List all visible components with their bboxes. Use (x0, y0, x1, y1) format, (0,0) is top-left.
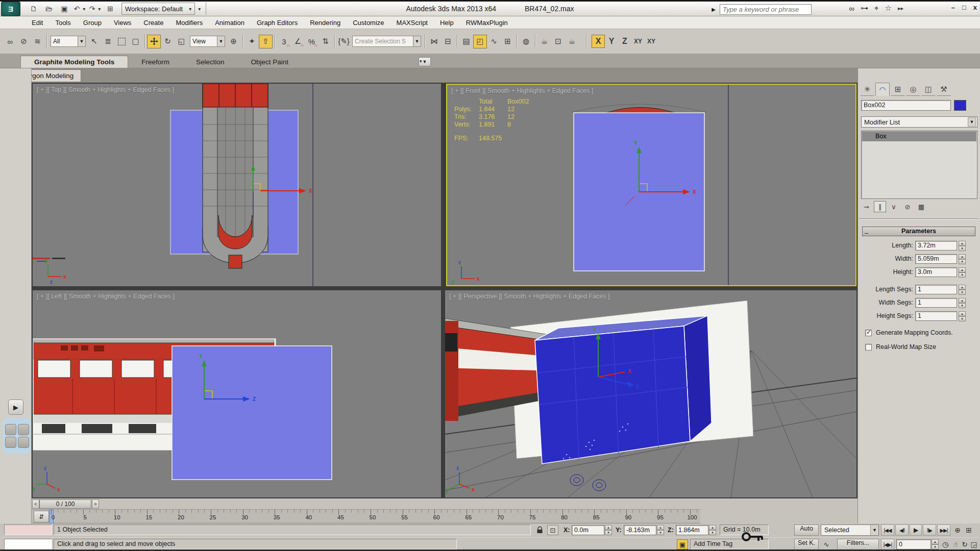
render-production-icon[interactable]: ☕ (565, 35, 579, 48)
communication-center-icon[interactable]: ⌖ (874, 4, 878, 13)
viewport-perspective[interactable]: Y X Z z y x [ + ][ Perspective ][ Smooth… (445, 290, 856, 497)
use-pivot-point-center-icon[interactable]: ⊕ (227, 35, 240, 48)
menu-help[interactable]: Help (434, 17, 460, 28)
motion-tab-icon[interactable]: ◎ (906, 83, 920, 96)
selected-key-filter-dropdown[interactable]: Selected▼ (821, 524, 879, 536)
set-keys-key-icon[interactable] (741, 528, 765, 546)
key-filters-button[interactable]: Filters... (837, 539, 879, 550)
axis-constraint-y[interactable]: Y (605, 35, 618, 48)
bind-to-space-warp-icon[interactable]: ≋ (31, 35, 44, 48)
unlink-selection-icon[interactable]: ⊘ (17, 35, 31, 48)
named-selection-sets-dropdown[interactable]: Create Selection S▼ (352, 36, 421, 47)
height-segs-spinner[interactable]: ▲▼ (959, 311, 966, 321)
modify-tab-icon[interactable]: ◠ (875, 83, 890, 96)
workspace-dropdown[interactable]: Workspace: Default ▾ (121, 3, 195, 15)
minimize-button[interactable]: – (951, 4, 955, 11)
go-to-start-button[interactable]: |◀◀ (881, 524, 894, 536)
undo-icon[interactable]: ↶▾ (74, 3, 86, 15)
viewport-layout-tab-button[interactable] (3, 418, 31, 453)
key-mode-toggle-icon[interactable]: |◀▶| (881, 539, 894, 550)
axis-constraint-x[interactable]: X (592, 35, 605, 48)
viewport-left[interactable]: Y Z z y x [ + ][ Left ][ Smooth + Highli… (33, 290, 441, 497)
track-bar[interactable]: ⇵ 05101520253035404550556065707580859095… (32, 510, 700, 523)
play-animation-button[interactable]: ▶ (910, 524, 922, 536)
menu-edit[interactable]: Edit (26, 17, 49, 28)
selection-lock-icon[interactable] (534, 525, 545, 535)
length-spinner[interactable]: ▲▼ (959, 241, 966, 251)
viewport-label[interactable]: [ + ][ Front ][ Smooth + Highlights + Ed… (451, 87, 593, 94)
rectangular-selection-region-icon[interactable] (115, 35, 129, 48)
edit-named-selection-sets-icon[interactable]: {✎} (337, 35, 351, 48)
angle-snap-icon[interactable]: ∠∩ (291, 35, 305, 48)
viewport-label[interactable]: [ + ][ Top ][ Smooth + Highlights + Edge… (37, 86, 174, 93)
length-segs-spinner[interactable]: ▲▼ (959, 285, 966, 294)
redo-icon[interactable]: ↷▾ (89, 3, 101, 15)
viewport-top[interactable]: X y x z [ + ][ Top ][ Smooth + Highlight… (33, 84, 441, 286)
toggle-ribbon-icon[interactable]: ◰ (473, 35, 487, 48)
layer-manager-icon[interactable]: ▤ (459, 35, 473, 48)
ribbon-tab-graphite-modeling-tools[interactable]: Graphite Modeling Tools (20, 56, 128, 68)
viewport-label[interactable]: [ + ][ Left ][ Smooth + Highlights + Edg… (37, 293, 175, 300)
chevron-down-icon[interactable]: ▾ (420, 59, 422, 64)
y-spinner[interactable]: ▲▼ (657, 525, 664, 535)
z-spinner[interactable]: ▲▼ (709, 525, 716, 535)
select-and-move-icon[interactable] (147, 35, 161, 48)
select-and-link-icon[interactable]: ∞ (3, 35, 17, 48)
menu-customize[interactable]: Customize (347, 17, 390, 28)
time-configuration-icon[interactable]: ◷ (940, 539, 950, 550)
favorites-star-icon[interactable]: ☆ (885, 4, 892, 13)
ribbon-tab-freeform[interactable]: Freeform (128, 56, 183, 68)
rendered-frame-window-icon[interactable]: ⊡ (551, 35, 565, 48)
make-unique-icon[interactable]: ∨ (888, 201, 900, 212)
generate-mapping-coords-checkbox[interactable] (865, 330, 872, 336)
macro-recorder-swatch[interactable] (4, 524, 52, 535)
menu-animation[interactable]: Animation (209, 17, 251, 28)
viewport-label[interactable]: [ + ][ Perspective ][ Smooth + Highlight… (449, 293, 609, 300)
utilities-tab-icon[interactable]: ⚒ (937, 83, 951, 96)
select-and-rotate-icon[interactable]: ↻ (161, 35, 175, 48)
auto-key-button[interactable]: Auto (794, 524, 819, 536)
reference-coordinate-dropdown[interactable]: View▼ (190, 36, 225, 47)
menu-graph-editors[interactable]: Graph Editors (251, 17, 304, 28)
workspace-flyout-icon[interactable]: ▾ (198, 6, 201, 12)
menu-create[interactable]: Create (137, 17, 169, 28)
maximize-viewport-toggle-icon[interactable]: ◲ (969, 539, 979, 550)
stack-item-box[interactable]: Box (862, 132, 976, 141)
select-object-icon[interactable]: ↖ (87, 35, 101, 48)
save-file-icon[interactable]: ▣ (58, 3, 70, 15)
ribbon-tab-object-paint[interactable]: Object Paint (238, 56, 302, 68)
real-world-map-size-checkbox[interactable] (865, 344, 872, 350)
current-frame-field[interactable]: 0 (896, 539, 931, 549)
axis-constraint-xy[interactable]: XY (631, 35, 645, 48)
remove-modifier-icon[interactable]: ⊘ (901, 201, 914, 212)
absolute-mode-transform-icon[interactable]: ⊡ (547, 525, 558, 535)
set-key-button[interactable]: Set K. (794, 539, 819, 550)
close-button[interactable]: x (973, 4, 977, 11)
open-mini-curve-editor-icon[interactable]: ⇵ (34, 511, 49, 522)
object-color-swatch[interactable] (954, 100, 966, 111)
go-to-end-button[interactable]: ▶▶| (937, 524, 950, 536)
axis-constraint-xy[interactable]: XY (645, 35, 658, 48)
object-name-field[interactable]: Box002 (861, 100, 951, 111)
next-frame-button[interactable]: ‖▶ (923, 524, 936, 536)
display-tab-icon[interactable]: ◫ (921, 83, 936, 96)
track-bar-ruler[interactable]: 0510152025303540455055606570758085909510… (51, 510, 697, 523)
menu-modifiers[interactable]: Modifiers (169, 17, 209, 28)
previous-frame-arrow[interactable]: < (32, 499, 39, 509)
project-folder-icon[interactable]: ⊞ (104, 3, 116, 15)
pin-stack-icon[interactable]: ⊸ (860, 201, 872, 212)
time-slider-button[interactable]: 0 / 100 (39, 499, 91, 509)
menu-rwmaxplugin[interactable]: RWMaxPlugin (460, 17, 514, 28)
frame-spinner[interactable]: ▲▼ (932, 539, 939, 549)
curve-editor-icon[interactable]: ∿ (487, 35, 501, 48)
pan-hand-icon[interactable]: ☝ (950, 539, 961, 550)
width-field[interactable]: 5.059m (915, 254, 957, 264)
next-frame-arrow[interactable]: > (92, 499, 99, 509)
show-end-result-icon[interactable]: ∥ (874, 201, 886, 212)
previous-frame-button[interactable]: ◀‖ (895, 524, 909, 536)
configure-modifier-sets-icon[interactable]: ▦ (915, 201, 927, 212)
x-spinner[interactable]: ▲▼ (605, 525, 612, 535)
y-coordinate-field[interactable]: -8.163m (624, 525, 656, 535)
menu-maxscript[interactable]: MAXScript (390, 17, 434, 28)
mirror-icon[interactable]: ⋈ (427, 35, 441, 48)
